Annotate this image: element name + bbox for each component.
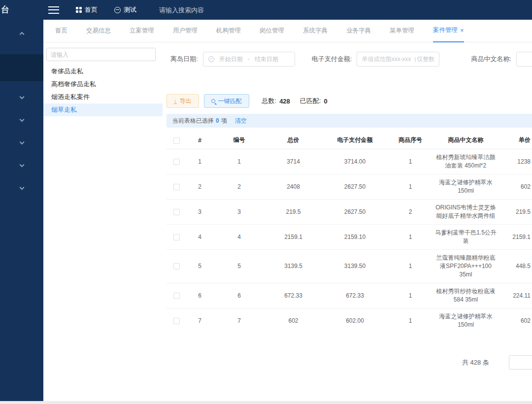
table-footer: 共 428 条 <box>163 355 532 370</box>
date-start-placeholder: 开始日期 <box>219 55 243 64</box>
cell-serial: 2 <box>388 200 432 225</box>
sidebar-item-2[interactable] <box>0 54 43 81</box>
cell-name: 海蓝之谜修护精萃水 150ml <box>432 308 499 333</box>
table-row: 1137143714.001植村秀新琥珀臻萃洁颜油套装 450ml*21238 <box>166 149 532 174</box>
tab-label: 菜单管理 <box>390 27 414 35</box>
chevron-down-icon <box>19 117 24 122</box>
sidebar-item-3[interactable] <box>0 85 43 108</box>
export-button-label: 导出 <box>180 97 192 105</box>
cell-code: 3 <box>213 200 265 225</box>
download-icon: ↓ <box>174 98 177 104</box>
row-checkbox[interactable] <box>173 159 180 165</box>
tab-close-icon[interactable]: × <box>460 27 464 34</box>
cell-unit: 2159.1 <box>499 225 532 250</box>
pagination-total: 共 428 条 <box>462 358 489 367</box>
minus-circle-icon <box>114 7 121 13</box>
row-checkbox[interactable] <box>173 184 180 190</box>
total-label: 总数: <box>262 97 277 105</box>
nav-home[interactable]: 首页 <box>76 5 98 14</box>
cell-unit: 602 <box>499 308 532 333</box>
cell-name: 植村秀新琥珀臻萃洁颜油套装 450ml*2 <box>432 149 499 174</box>
tree-item-3[interactable]: 烟酒走私案件 <box>43 91 163 103</box>
cell-serial: 1 <box>388 250 432 283</box>
one-click-match-button[interactable]: 一键匹配 <box>204 94 249 108</box>
cell-payment: 3714.00 <box>322 149 388 174</box>
name-filter-label: 商品中文名称: <box>471 55 511 64</box>
column-header-3: 总价 <box>265 132 322 149</box>
date-range-picker[interactable]: 开始日期 - 结束日期 <box>203 52 295 67</box>
clock-icon <box>208 56 214 62</box>
row-checkbox[interactable] <box>173 209 180 215</box>
cell-name: 植村秀羽纱持妆粉底液 584 35ml <box>432 283 499 308</box>
tab-1[interactable]: 首页 <box>55 20 67 42</box>
content-area: 首页交易信息立案管理用户管理机构管理岗位管理系统字典业务字典菜单管理案件管理× … <box>43 20 532 401</box>
tab-label: 案件管理 <box>433 26 458 34</box>
filter-bar: 离岛日期: 开始日期 - 结束日期 电子支付金额: 商品中文名称: <box>163 52 532 67</box>
cell-payment: 2627.50 <box>322 200 388 225</box>
chevron-down-icon <box>19 94 24 99</box>
sidebar-item-5[interactable] <box>0 131 43 153</box>
tab-label: 立案管理 <box>130 27 154 35</box>
nav-test-label: 测试 <box>124 5 136 14</box>
tab-4[interactable]: 用户管理 <box>173 20 198 42</box>
table-row: 553139.53139.501兰蔻菁纯臻颜精华粉底液SPF20PA+++100… <box>166 250 532 283</box>
tab-3[interactable]: 立案管理 <box>130 20 154 42</box>
column-header-1: # <box>186 132 213 149</box>
tab-6[interactable]: 岗位管理 <box>260 20 284 42</box>
cell-code: 4 <box>213 225 265 250</box>
select-all-checkbox[interactable] <box>173 137 180 144</box>
table-header-row: #编号总价电子支付金额商品序号商品中文名称单价 <box>166 132 532 149</box>
sidebar-item-7[interactable] <box>0 176 43 199</box>
sidebar-item-1[interactable] <box>0 23 43 45</box>
cell-index: 2 <box>186 174 213 200</box>
cell-unit: 602 <box>499 174 532 200</box>
cell-name: 海蓝之谜修护精萃水 150ml <box>432 174 499 200</box>
tree-search-input[interactable] <box>46 48 156 61</box>
tab-label: 用户管理 <box>173 27 198 35</box>
tab-9[interactable]: 菜单管理 <box>390 20 414 42</box>
match-button-label: 一键匹配 <box>218 97 242 105</box>
grid-icon <box>76 7 82 13</box>
cell-unit: 224.11 <box>499 283 532 308</box>
cell-payment: 3139.50 <box>322 250 388 283</box>
menu-toggle-icon[interactable] <box>48 6 59 14</box>
results-table: #编号总价电子支付金额商品序号商品中文名称单价 1137143714.001植村… <box>166 132 532 333</box>
export-button[interactable]: ↓ 导出 <box>166 94 199 108</box>
tab-10[interactable]: 案件管理× <box>433 20 464 42</box>
cell-unit: 1238 <box>499 149 532 174</box>
action-bar: ↓ 导出 一键匹配 总数: 428 已匹配: 0 <box>163 94 532 108</box>
sidebar-item-4[interactable] <box>0 108 43 131</box>
tree-item-4[interactable]: 烟草走私 <box>43 103 163 116</box>
global-search-input[interactable] <box>159 6 277 14</box>
cell-code: 7 <box>213 308 265 333</box>
main-panel: 离岛日期: 开始日期 - 结束日期 电子支付金额: 商品中文名称: ↓ 导出 一… <box>163 43 532 370</box>
cell-payment: 672.33 <box>322 283 388 308</box>
row-checkbox[interactable] <box>173 234 180 240</box>
tab-7[interactable]: 系统字典 <box>303 20 328 42</box>
cell-serial: 1 <box>388 308 432 333</box>
page-size-select[interactable] <box>509 355 532 370</box>
row-checkbox[interactable] <box>173 263 180 269</box>
tab-5[interactable]: 机构管理 <box>216 20 241 42</box>
cell-unit: 448.5 <box>499 250 532 283</box>
cell-index: 5 <box>186 250 213 283</box>
row-checkbox[interactable] <box>173 293 180 299</box>
tree-item-1[interactable]: 奢侈品走私 <box>43 65 163 78</box>
cell-total: 602 <box>265 308 322 333</box>
tab-8[interactable]: 业务字典 <box>346 20 371 42</box>
sidebar-item-6[interactable] <box>0 153 43 176</box>
date-filter-label: 离岛日期: <box>170 55 198 64</box>
clear-selection-link[interactable]: 清空 <box>235 117 247 125</box>
nav-home-label: 首页 <box>85 5 98 14</box>
tab-2[interactable]: 交易信息 <box>86 20 111 42</box>
table-row: 2224082627.501海蓝之谜修护精萃水 150ml602 <box>166 174 532 200</box>
cell-index: 3 <box>186 200 213 225</box>
tree-item-2[interactable]: 高档奢侈品走私 <box>43 78 163 91</box>
name-filter-input[interactable] <box>516 52 532 67</box>
cell-code: 5 <box>213 250 265 283</box>
nav-test[interactable]: 测试 <box>114 5 136 14</box>
cell-name: 马爹利蓝带干邑1.5公升装 <box>432 225 499 250</box>
row-checkbox[interactable] <box>173 318 180 324</box>
amount-filter-input[interactable] <box>357 52 439 67</box>
cell-serial: 1 <box>388 149 432 174</box>
